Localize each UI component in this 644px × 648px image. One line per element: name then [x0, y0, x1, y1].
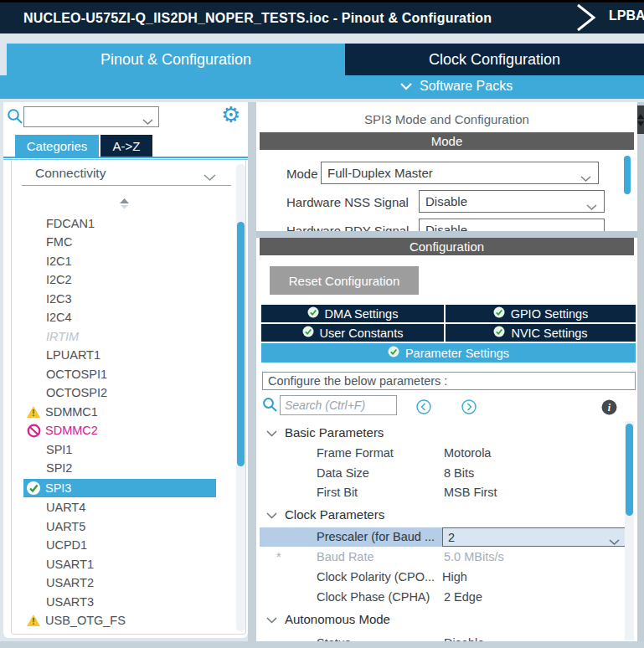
parameters-scrollbar-thumb[interactable]: [626, 424, 633, 516]
readonly-asterisk: *: [276, 550, 281, 563]
mode-select[interactable]: Full-Duplex Master: [321, 162, 599, 184]
configuration-section-header: Configuration: [260, 238, 634, 255]
chevron-down-icon: [266, 425, 277, 440]
sidebar-item-sdmmc1[interactable]: ! SDMMC1: [25, 403, 98, 421]
svg-text:!: !: [32, 617, 34, 626]
check-icon: [388, 346, 399, 360]
sidebar-item-sdmmc2[interactable]: SDMMC2: [25, 421, 98, 440]
check-icon: [307, 306, 319, 321]
chevron-down-icon: [609, 535, 620, 548]
section-divider: [22, 185, 231, 186]
sidebar-item-lpuart1[interactable]: LPUART1: [46, 346, 100, 364]
breadcrumb-chevron-icon: [574, 3, 598, 35]
section-connectivity[interactable]: Connectivity: [35, 166, 106, 181]
chevron-down-icon: [266, 507, 277, 522]
next-match-button[interactable]: [461, 399, 477, 418]
panel-scrollbar-track[interactable]: [637, 102, 644, 648]
sidebar-item-octospi2[interactable]: OCTOSPI2: [46, 383, 107, 402]
chevron-down-icon: [399, 79, 413, 94]
sidebar-item-usb-otg-fs[interactable]: ! USB_OTG_FS: [25, 611, 126, 630]
software-packs-strip: [0, 75, 644, 99]
sidebar-item-spi2[interactable]: SPI2: [46, 459, 72, 477]
blocked-icon: [25, 424, 42, 438]
chevron-down-icon: [266, 612, 277, 626]
parameter-search-input[interactable]: [280, 395, 397, 415]
chevron-down-icon: [586, 199, 597, 213]
warning-icon: !: [25, 405, 42, 419]
chevron-down-icon: [580, 171, 591, 185]
sidebar-item-i2c1[interactable]: I2C1: [46, 252, 72, 270]
software-packs-dropdown[interactable]: Software Packs: [399, 79, 513, 94]
panel-scrollbar-handle[interactable]: [637, 105, 644, 134]
reset-configuration-button[interactable]: Reset Configuration: [270, 266, 419, 295]
sidebar-item-irtim: IRTIM: [46, 327, 79, 346]
bottom-edge: [0, 641, 644, 648]
mode-scrollbar-thumb[interactable]: [624, 156, 631, 194]
mode-section-header: Mode: [260, 132, 634, 150]
chevron-down-icon[interactable]: [204, 170, 216, 185]
panel-divider: [248, 102, 256, 648]
sidebar-item-usart1[interactable]: USART1: [46, 555, 94, 573]
warning-icon: !: [25, 614, 42, 627]
sidebar-item-usart2[interactable]: USART2: [46, 573, 94, 592]
search-icon: [7, 108, 23, 128]
group-clock-parameters[interactable]: Clock Parameters: [266, 507, 384, 522]
sidebar-item-ucpd1[interactable]: UCPD1: [46, 536, 87, 554]
svg-text:!: !: [32, 409, 34, 418]
sidebar-item-spi3-selected[interactable]: SPI3: [23, 479, 216, 497]
section-divider: [256, 231, 637, 238]
sidebar-scrollbar-thumb[interactable]: [237, 222, 245, 466]
sidebar-item-spi1[interactable]: SPI1: [46, 440, 72, 459]
check-icon: [25, 481, 42, 496]
sidebar-item-i2c2[interactable]: I2C2: [46, 270, 72, 289]
peripheral-search-select[interactable]: [23, 106, 159, 127]
prescaler-combobox[interactable]: 2: [442, 527, 626, 547]
sidebar-item-i2c3[interactable]: I2C3: [46, 290, 72, 308]
check-icon: [493, 326, 505, 340]
hardware-nss-label: Hardware NSS Signal: [286, 195, 409, 209]
parameters-hint: Configure the below parameters :: [262, 372, 636, 390]
info-icon[interactable]: i: [601, 399, 617, 419]
sidebar-item-i2c4[interactable]: I2C4: [46, 308, 72, 327]
search-icon: [262, 397, 278, 416]
mode-row-label: Mode: [286, 167, 318, 181]
tab-user-constants[interactable]: User Constants: [261, 324, 444, 342]
tab-parameter-settings[interactable]: Parameter Settings: [261, 343, 636, 363]
group-basic-parameters[interactable]: Basic Parameters: [266, 425, 384, 440]
chevron-down-icon: [142, 114, 153, 129]
tab-pinout-configuration[interactable]: Pinout & Configuration: [7, 44, 345, 75]
sidebar-item-uart4[interactable]: UART4: [46, 498, 85, 517]
prescaler-label: Prescaler (for Baud ...: [317, 530, 435, 543]
sidebar-item-fmc[interactable]: FMC: [46, 233, 72, 251]
check-icon: [302, 326, 314, 340]
tab-dma-settings[interactable]: DMA Settings: [261, 305, 444, 322]
sidebar-item-octospi1[interactable]: OCTOSPI1: [46, 365, 107, 383]
tab-clock-configuration[interactable]: Clock Configuration: [345, 44, 644, 75]
tab-a-to-z[interactable]: A->Z: [100, 135, 152, 157]
group-autonomous-mode[interactable]: Autonomous Mode: [266, 612, 390, 626]
tab-categories[interactable]: Categories: [15, 135, 99, 157]
title-bar: NUCLEO-U575ZI-Q_IIS2DH_NOPER_TESTS.ioc -…: [0, 0, 644, 33]
app-window: NUCLEO-U575ZI-Q_IIS2DH_NOPER_TESTS.ioc -…: [0, 0, 644, 648]
scroll-up-indicator[interactable]: [118, 198, 131, 213]
prev-match-button[interactable]: [416, 399, 431, 418]
gear-icon[interactable]: ⚙: [221, 104, 240, 126]
hardware-rdy-select[interactable]: Disable: [419, 219, 605, 231]
hardware-nss-select[interactable]: Disable: [419, 190, 605, 213]
sidebar-item-uart5[interactable]: UART5: [46, 517, 85, 536]
sidebar-item-usart3[interactable]: USART3: [46, 593, 94, 611]
window-title: NUCLEO-U575ZI-Q_IIS2DH_NOPER_TESTS.ioc -…: [23, 11, 492, 26]
tab-gpio-settings[interactable]: GPIO Settings: [446, 305, 636, 322]
check-icon: [493, 306, 505, 321]
breadcrumb-next[interactable]: LPBA: [609, 8, 644, 23]
sidebar-item-fdcan1[interactable]: FDCAN1: [46, 214, 95, 233]
tab-nvic-settings[interactable]: NVIC Settings: [446, 324, 636, 342]
hardware-rdy-label: Hardware RDY Signal: [286, 224, 409, 231]
panel-title: SPI3 Mode and Configuration: [256, 112, 637, 126]
